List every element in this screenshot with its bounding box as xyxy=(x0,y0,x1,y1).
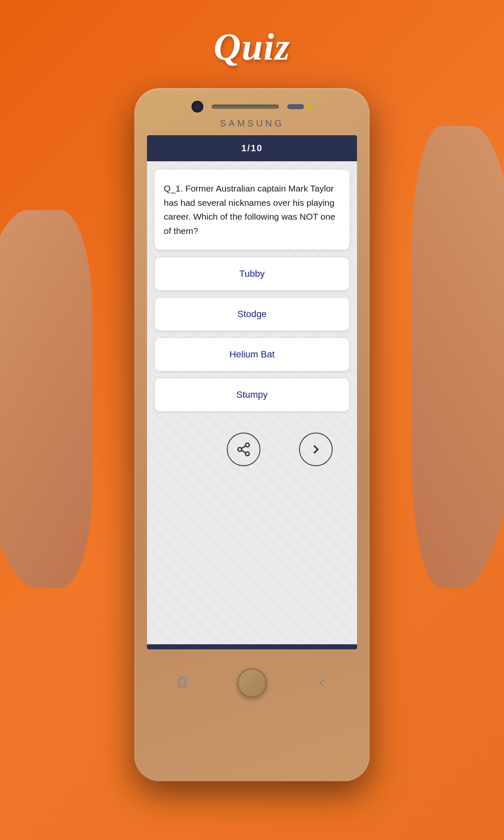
svg-line-3 xyxy=(242,451,246,453)
back-button[interactable] xyxy=(312,673,332,693)
question-card: Q_1. Former Australian captain Mark Tayl… xyxy=(155,170,349,249)
phone-top: SAMSUNG xyxy=(134,88,370,135)
speaker xyxy=(212,105,279,109)
answer-option-1[interactable]: Tubby xyxy=(155,257,349,291)
answer-option-2[interactable]: Stodge xyxy=(155,297,349,331)
next-button[interactable] xyxy=(299,433,333,466)
svg-point-2 xyxy=(246,452,249,456)
led-indicator xyxy=(307,104,312,109)
screen-content: Q_1. Former Australian captain Mark Tayl… xyxy=(147,161,357,644)
screen-bottom-bar xyxy=(147,644,357,649)
question-text: Q_1. Former Australian captain Mark Tayl… xyxy=(164,181,340,238)
camera-area xyxy=(192,101,312,113)
sensor xyxy=(287,104,304,109)
progress-bar: 1/10 xyxy=(147,135,357,161)
svg-line-4 xyxy=(242,446,246,449)
camera-icon xyxy=(192,101,203,113)
answer-option-3[interactable]: Helium Bat xyxy=(155,338,349,371)
recent-apps-button[interactable] xyxy=(172,673,192,693)
share-button[interactable] xyxy=(227,433,260,466)
hand-right-decoration xyxy=(412,126,504,588)
brand-name: SAMSUNG xyxy=(220,118,284,129)
page-title: Quiz xyxy=(213,25,290,68)
svg-point-0 xyxy=(246,443,249,447)
hand-left-decoration xyxy=(0,210,92,588)
svg-point-1 xyxy=(238,448,242,452)
indicator xyxy=(287,104,312,109)
answer-option-4[interactable]: Stumpy xyxy=(155,378,349,412)
phone-screen: 1/10 Q_1. Former Australian captain Mark… xyxy=(147,135,357,649)
progress-text: 1/10 xyxy=(242,143,263,153)
phone-footer xyxy=(134,649,370,721)
phone-device: SAMSUNG 1/10 Q_1. Former Australian capt… xyxy=(134,88,370,781)
home-button[interactable] xyxy=(237,668,267,698)
android-nav xyxy=(147,654,357,712)
